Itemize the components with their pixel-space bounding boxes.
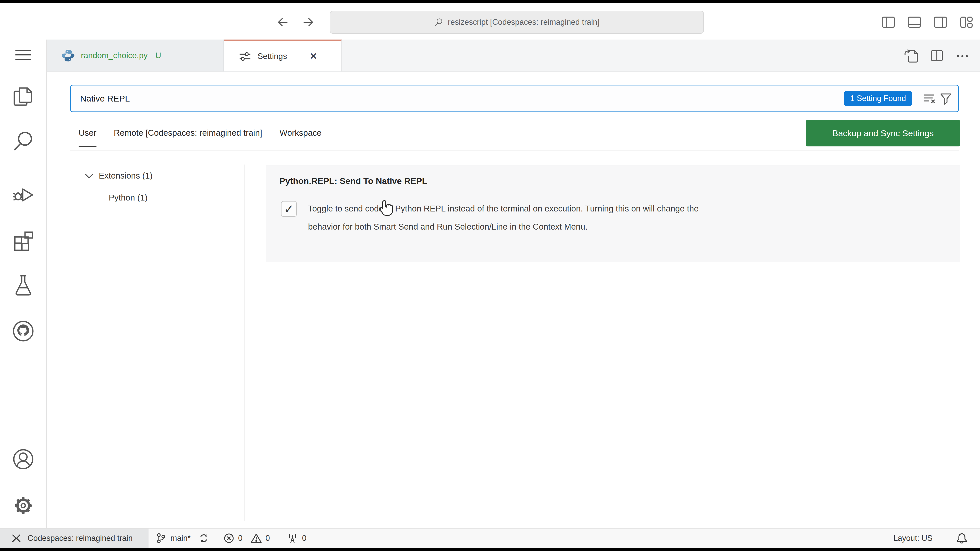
remote-icon [11, 533, 22, 544]
settings-search-value[interactable]: Native REPL [80, 94, 844, 103]
tree-item-python-label: Python (1) [109, 193, 148, 202]
editor-actions [904, 40, 969, 71]
setting-description-line2: behavior for both Smart Send and Run Sel… [308, 218, 921, 236]
sync-changes-icon[interactable] [198, 533, 209, 544]
tab-settings-label: Settings [258, 52, 287, 61]
git-status-badge: U [155, 51, 161, 60]
setting-title: Python.REPL: Send To Native REPL [280, 176, 427, 186]
split-editor-icon[interactable] [930, 49, 944, 62]
search-view-icon[interactable] [11, 129, 35, 153]
account-icon[interactable] [11, 447, 35, 472]
scope-tab-remote[interactable]: Remote [Codespaces: reimagined train] [114, 128, 262, 147]
settings-editor: Native REPL 1 Setting Found [47, 72, 980, 528]
python-file-icon [62, 49, 75, 62]
tree-item-extensions-label: Extensions (1) [99, 171, 153, 181]
editor-area: random_choice.py U Settings ✕ [47, 40, 980, 528]
errors-icon [223, 533, 234, 544]
statusbar-right: Layout: US [894, 532, 980, 544]
explorer-icon[interactable] [11, 85, 35, 109]
testing-icon[interactable] [11, 273, 35, 298]
remote-label: Codespaces: reimagined train [27, 534, 133, 543]
settings-gear-icon[interactable] [11, 493, 35, 518]
setting-description: Toggle to send code to Python REPL inste… [308, 200, 921, 236]
tree-item-python[interactable]: Python (1) [109, 193, 148, 203]
remote-indicator[interactable]: Codespaces: reimagined train [0, 529, 148, 548]
open-settings-json-icon[interactable] [904, 48, 918, 63]
ports-status-item[interactable]: 0 [287, 533, 307, 544]
toggle-panel-icon[interactable] [907, 15, 921, 29]
tab-strip: random_choice.py U Settings ✕ [47, 40, 980, 72]
activity-bar [0, 40, 47, 528]
bottom-black-bar [0, 548, 980, 551]
scope-tab-user[interactable]: User [79, 128, 97, 147]
setting-row: Python.REPL: Send To Native REPL ✓ Toggl… [266, 165, 960, 262]
settings-results-badge: 1 Setting Found [844, 91, 912, 106]
toggle-primary-sidebar-icon[interactable] [881, 15, 895, 29]
extensions-icon[interactable] [11, 227, 35, 252]
backup-sync-settings-button[interactable]: Backup and Sync Settings [806, 120, 960, 146]
workbench: random_choice.py U Settings ✕ [0, 40, 980, 528]
branch-status-item[interactable]: main* [156, 533, 209, 544]
command-center-search[interactable]: resizescript [Codespaces: reimagined tra… [330, 11, 704, 34]
clear-settings-search-icon[interactable] [922, 92, 936, 105]
ports-count: 0 [302, 534, 307, 543]
tab-random-choice-py[interactable]: random_choice.py U [47, 40, 224, 71]
settings-sliders-icon [239, 50, 251, 63]
tree-item-extensions[interactable]: Extensions (1) [84, 171, 153, 181]
menu-icon[interactable] [14, 49, 32, 61]
warnings-icon [251, 533, 262, 544]
git-branch-icon [156, 533, 166, 544]
more-actions-icon[interactable] [956, 49, 969, 62]
keyboard-layout-item[interactable]: Layout: US [894, 534, 932, 543]
tab-settings[interactable]: Settings ✕ [224, 40, 342, 71]
problems-status-item[interactable]: 0 0 [223, 533, 270, 544]
title-bar: resizescript [Codespaces: reimagined tra… [0, 3, 980, 40]
setting-description-line1: Toggle to send code to Python REPL inste… [308, 200, 921, 218]
checkmark-icon: ✓ [284, 202, 294, 216]
status-bar: Codespaces: reimagined train main* [0, 528, 980, 548]
settings-search-input[interactable]: Native REPL 1 Setting Found [70, 85, 959, 112]
chevron-down-icon[interactable] [84, 172, 94, 179]
run-and-debug-icon[interactable] [11, 181, 35, 205]
layout-controls [881, 15, 974, 29]
search-icon [434, 17, 444, 27]
vscode-window: resizescript [Codespaces: reimagined tra… [0, 0, 980, 551]
mouse-cursor-pointer [379, 200, 394, 219]
top-black-bar [0, 0, 980, 3]
radio-tower-icon [287, 533, 298, 544]
branch-label: main* [170, 534, 191, 543]
errors-count: 0 [238, 534, 242, 543]
scope-tabs-divider [70, 151, 959, 151]
toc-divider [245, 165, 245, 521]
scope-tab-workspace[interactable]: Workspace [280, 128, 321, 147]
command-center-label: resizescript [Codespaces: reimagined tra… [448, 17, 600, 27]
settings-scope-tabs: User Remote [Codespaces: reimagined trai… [79, 128, 321, 147]
toggle-secondary-sidebar-icon[interactable] [934, 15, 947, 29]
setting-checkbox[interactable]: ✓ [281, 201, 297, 217]
navigate-forward-button[interactable] [301, 15, 316, 30]
navigate-back-button[interactable] [275, 15, 290, 30]
notifications-bell-icon[interactable] [956, 532, 968, 544]
filter-settings-icon[interactable] [939, 92, 953, 105]
customize-layout-icon[interactable] [959, 15, 974, 29]
tab-file-label: random_choice.py [81, 51, 148, 60]
warnings-count: 0 [266, 534, 270, 543]
close-tab-icon[interactable]: ✕ [310, 51, 318, 62]
github-icon[interactable] [11, 319, 35, 343]
